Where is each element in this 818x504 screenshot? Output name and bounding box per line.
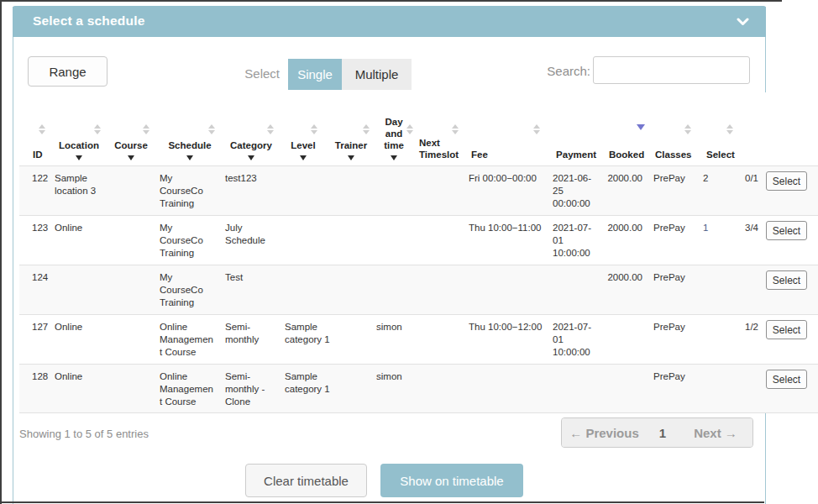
cell-payment: PrePay: [653, 321, 704, 333]
cell-course: Online Management Course: [160, 370, 213, 408]
cell-classes: 0/1: [718, 172, 758, 185]
sort-icon[interactable]: [267, 124, 274, 134]
clear-timetable-button[interactable]: Clear timetable: [245, 464, 367, 497]
cell-location: Online: [55, 222, 108, 234]
column-header-booked[interactable]: Booked: [609, 149, 648, 160]
column-header-select[interactable]: Select: [706, 149, 744, 160]
cell-id: 124: [32, 271, 57, 284]
cell-trainer: simon: [376, 370, 435, 383]
single-mode-button[interactable]: Single: [288, 59, 342, 90]
frame-border-top: [0, 0, 782, 2]
column-header-trainer[interactable]: Trainer: [326, 139, 376, 160]
select-row-button[interactable]: Select: [766, 370, 807, 389]
page-number-button[interactable]: 1: [647, 418, 679, 447]
cell-classes: 3/4: [718, 222, 758, 234]
select-row-button[interactable]: Select: [766, 221, 807, 240]
column-header-label: Trainer: [335, 140, 367, 150]
column-header-course[interactable]: Course: [106, 139, 156, 160]
cell-id: 123: [32, 222, 57, 234]
search-input[interactable]: [593, 56, 750, 84]
cell-id: 127: [32, 321, 57, 333]
cell-trainer: simon: [376, 321, 435, 333]
frame-border-left: [0, 0, 2, 504]
column-header-label: Day and time: [384, 117, 404, 150]
column-filter-icon[interactable]: [128, 155, 134, 160]
cell-schedule: Semi-monthly - Clone: [225, 370, 277, 408]
sort-icon[interactable]: [684, 124, 691, 134]
column-header-label: Course: [114, 140, 148, 150]
sort-icon[interactable]: [311, 124, 317, 134]
cell-next_timeslot: 2021-07-01 10:00:00: [553, 321, 601, 359]
range-button[interactable]: Range: [28, 56, 107, 87]
sort-icon[interactable]: [406, 124, 413, 134]
select-row-button[interactable]: Select: [766, 270, 807, 290]
cell-course: Online Management Course: [160, 321, 213, 359]
column-header-level[interactable]: Level: [282, 139, 324, 160]
sort-icon[interactable]: [208, 124, 215, 134]
panel-title: Select a schedule: [33, 13, 145, 29]
sort-desc-icon[interactable]: [637, 124, 645, 130]
panel-header[interactable]: Select a schedule: [13, 6, 766, 37]
column-header-day_time[interactable]: Day and time: [375, 116, 412, 160]
column-header-label: Fee: [471, 150, 488, 160]
cell-payment: PrePay: [653, 271, 704, 284]
frame-border-bottom: [0, 501, 764, 503]
cell-category: Sample category 1: [285, 370, 332, 396]
multiple-mode-button[interactable]: Multiple: [342, 59, 412, 90]
column-header-label: Booked: [609, 150, 644, 160]
cell-next_timeslot: 2021-06-25 00:00:00: [553, 172, 601, 210]
cell-payment: PrePay: [653, 370, 704, 383]
column-header-label: Classes: [655, 150, 691, 160]
cell-day_time: Thu 10:00−12:00: [469, 321, 561, 333]
select-row-button[interactable]: Select: [766, 320, 807, 339]
table-row: 122Sample location 3My CourseCo Training…: [19, 165, 818, 215]
column-header-payment[interactable]: Payment: [546, 149, 596, 160]
column-header-label: Payment: [556, 150, 596, 160]
cell-course: My CourseCo Training: [160, 172, 213, 210]
next-page-button[interactable]: Next →: [679, 418, 752, 447]
show-on-timetable-button[interactable]: Show on timetable: [380, 464, 523, 497]
column-filter-icon[interactable]: [300, 155, 307, 160]
column-header-category[interactable]: Category: [222, 139, 281, 160]
cell-location: Online: [55, 370, 108, 383]
column-filter-icon[interactable]: [248, 155, 254, 160]
column-header-label: Location: [59, 140, 99, 150]
cell-schedule: Test: [225, 271, 277, 284]
table-row: 128OnlineOnline Management CourseSemi-mo…: [19, 364, 818, 413]
table-row: 127OnlineOnline Management CourseSemi-mo…: [19, 314, 818, 364]
column-header-label: Level: [291, 140, 315, 150]
cell-category: Sample category 1: [285, 321, 332, 346]
table-row: 124My CourseCo TrainingTest2000.00PrePay…: [19, 265, 818, 314]
column-header-next_timeslot[interactable]: Next Timeslot: [419, 137, 463, 160]
cell-schedule: Semi-monthly: [225, 321, 277, 346]
cell-course: My CourseCo Training: [160, 271, 213, 309]
column-filter-icon[interactable]: [348, 155, 354, 160]
chevron-down-icon[interactable]: [737, 18, 749, 26]
column-header-location[interactable]: Location: [54, 139, 104, 160]
sort-icon[interactable]: [363, 124, 370, 134]
column-filter-icon[interactable]: [76, 155, 82, 160]
previous-page-button[interactable]: ← Previous: [562, 418, 647, 447]
select-mode-label: Select: [202, 66, 280, 81]
table-header: IDLocationCourseScheduleCategoryLevelTra…: [19, 92, 818, 165]
sort-icon[interactable]: [94, 124, 101, 134]
column-header-label: Category: [230, 140, 272, 150]
column-filter-icon[interactable]: [391, 155, 397, 160]
cell-fee: 2000.00: [605, 172, 642, 185]
sort-icon[interactable]: [726, 124, 733, 134]
sort-icon[interactable]: [143, 124, 149, 134]
cell-schedule: July Schedule: [225, 222, 277, 247]
cell-day_time: Thu 10:00−11:00: [469, 222, 561, 234]
select-row-button[interactable]: Select: [766, 171, 807, 191]
column-header-schedule[interactable]: Schedule: [160, 139, 219, 160]
cell-schedule: test123: [225, 172, 277, 185]
pagination: ← Previous 1 Next →: [561, 417, 753, 448]
column-filter-icon[interactable]: [186, 155, 193, 160]
column-header-fee[interactable]: Fee: [471, 149, 505, 160]
sort-icon[interactable]: [39, 124, 45, 134]
sort-icon[interactable]: [452, 124, 459, 134]
column-header-classes[interactable]: Classes: [655, 149, 697, 160]
column-header-label: Schedule: [168, 140, 211, 150]
cell-fee: 2000.00: [605, 271, 642, 284]
sort-icon[interactable]: [533, 124, 540, 134]
